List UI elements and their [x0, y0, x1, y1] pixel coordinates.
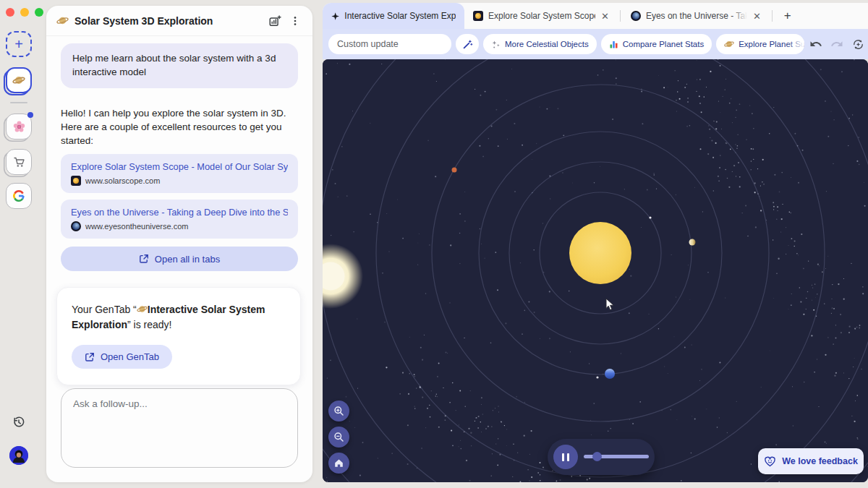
external-link-icon	[85, 352, 95, 362]
bar-chart-icon	[609, 40, 618, 49]
eyesontheuniverse-favicon	[631, 11, 641, 21]
open-all-in-tabs-button[interactable]: Open all in tabs	[61, 247, 298, 271]
tab-divider	[772, 10, 773, 22]
kebab-menu-icon	[289, 15, 301, 27]
chat-title: Solar System 3D Exploration	[75, 15, 262, 27]
user-avatar[interactable]	[9, 446, 28, 465]
zoom-out-button[interactable]	[328, 427, 349, 448]
blossom-icon	[13, 121, 25, 133]
link-card[interactable]: Explore Solar System Scope - Model of Ou…	[61, 154, 298, 193]
stars-cluster-icon	[491, 40, 501, 49]
followup-composer	[61, 388, 298, 468]
new-session-button[interactable]: +	[6, 31, 32, 57]
cart-icon	[13, 156, 25, 168]
zoom-in-button[interactable]	[328, 401, 349, 421]
solarscope-favicon	[71, 176, 81, 186]
user-message: Help me learn about the solar system wit…	[61, 43, 298, 88]
link-card[interactable]: Eyes on the Universe - Taking a Deep Div…	[61, 200, 298, 239]
sidebar-item-google-session[interactable]	[6, 183, 32, 209]
undo-button[interactable]	[809, 37, 823, 51]
saturn-icon	[137, 304, 148, 314]
playback-bar	[548, 439, 655, 475]
redo-button[interactable]	[830, 37, 844, 51]
pause-icon	[562, 453, 564, 461]
home-icon	[333, 458, 344, 468]
tab-title: Eyes on the Universe - Taking	[646, 11, 747, 21]
assistant-message: Hello! I can help you explore the solar …	[61, 107, 298, 148]
saturn-icon	[56, 14, 69, 27]
solar-system-scene	[323, 59, 868, 482]
gentab-ready-card: Your GenTab “Interactive Solar System Ex…	[56, 287, 301, 385]
gentab-chart-add-icon	[268, 14, 281, 27]
close-tab-icon[interactable]: ✕	[600, 11, 610, 22]
chat-panel: Solar System 3D Exploration Help me lear…	[46, 6, 312, 482]
google-icon	[12, 189, 25, 202]
link-title[interactable]: Eyes on the Universe - Taking a Deep Div…	[71, 207, 288, 218]
sidebar-divider	[10, 102, 27, 103]
chat-header: Solar System 3D Exploration	[46, 6, 312, 36]
saturn-icon	[12, 74, 25, 87]
eyesontheuniverse-favicon	[71, 221, 81, 231]
sidebar-item-cart-session[interactable]	[6, 149, 32, 175]
minimize-window-button[interactable]	[20, 8, 29, 17]
chip-explore-planet-surfaces[interactable]: Explore Planet Surfac	[716, 34, 804, 54]
tab-strip: Interactive Solar System Explor... Explo…	[323, 3, 868, 29]
zoom-out-icon	[333, 432, 344, 442]
history-button[interactable]	[12, 415, 26, 429]
saturn-icon	[724, 39, 734, 49]
link-url: www.solarscope.com	[85, 176, 160, 185]
gentab-toolbar: More Celestial Objects Compare Planet St…	[323, 29, 868, 59]
open-gentab-button[interactable]: Open GenTab	[72, 345, 172, 369]
pause-button[interactable]	[553, 445, 578, 469]
undo-icon	[809, 38, 822, 51]
gentab-ready-text: Your GenTab “Interactive Solar System Ex…	[72, 302, 286, 332]
external-link-icon	[139, 254, 149, 264]
feedback-button[interactable]: We love feedback	[758, 448, 864, 474]
tab-solar-system-scope[interactable]: Explore Solar System Scope - ✕	[464, 3, 618, 29]
sync-sparkle-icon	[851, 38, 865, 51]
notification-dot	[27, 112, 33, 118]
tab-title: Explore Solar System Scope -	[488, 11, 595, 21]
window-controls	[6, 8, 43, 17]
solarscope-favicon	[473, 11, 483, 21]
heart-smile-icon	[764, 455, 776, 468]
tab-eyes-on-the-universe[interactable]: Eyes on the Universe - Taking ✕	[622, 3, 770, 29]
new-tab-button[interactable]: +	[780, 9, 796, 23]
speed-slider-thumb[interactable]	[592, 452, 602, 461]
solar-system-viewport[interactable]: We love feedback	[323, 59, 868, 482]
close-window-button[interactable]	[6, 8, 14, 17]
custom-update-input[interactable]	[328, 34, 451, 54]
chip-more-celestial-objects[interactable]: More Celestial Objects	[483, 34, 597, 54]
tab-title: Interactive Solar System Explor...	[344, 11, 456, 21]
gentab-sparkle-icon	[331, 12, 339, 21]
magic-wand-icon	[462, 39, 473, 50]
browser-pane: Interactive Solar System Explor... Explo…	[323, 3, 868, 482]
regenerate-button[interactable]	[851, 37, 865, 51]
tab-divider	[620, 10, 621, 22]
zoom-in-icon	[333, 406, 344, 416]
magic-update-button[interactable]	[456, 34, 479, 54]
link-title[interactable]: Explore Solar System Scope - Model of Ou…	[71, 161, 288, 172]
home-view-button[interactable]	[328, 453, 349, 474]
link-url: www.eyesontheuniverse.com	[85, 222, 188, 231]
history-icon	[12, 415, 26, 429]
speed-slider[interactable]	[584, 455, 649, 458]
create-gentab-button[interactable]	[268, 14, 282, 28]
tab-interactive-solar-system[interactable]: Interactive Solar System Explor...	[323, 3, 464, 29]
sidebar-item-blossom-session[interactable]	[6, 114, 32, 140]
zoom-window-button[interactable]	[35, 8, 43, 17]
chat-menu-button[interactable]	[288, 14, 302, 28]
followup-input[interactable]	[73, 398, 286, 458]
redo-icon	[830, 38, 843, 51]
chip-compare-planet-stats[interactable]: Compare Planet Stats	[601, 34, 712, 54]
toolbar-actions	[809, 37, 867, 51]
close-tab-icon[interactable]: ✕	[752, 11, 762, 22]
sidebar-item-solar-session[interactable]	[6, 67, 32, 93]
